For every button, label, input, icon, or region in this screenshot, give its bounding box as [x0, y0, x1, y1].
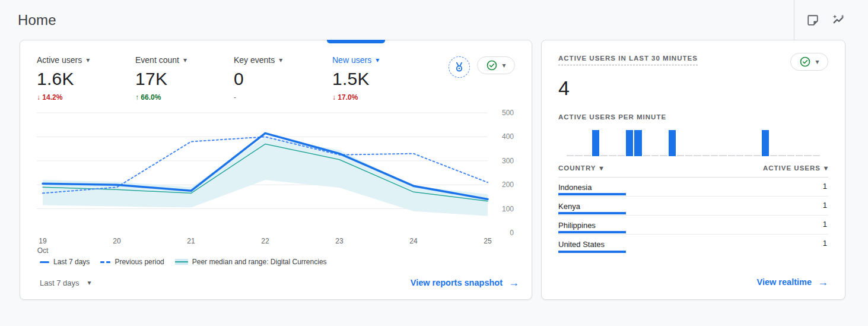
note-button[interactable]: [803, 10, 823, 30]
minute-empty-tick: [787, 155, 794, 156]
svg-text:300: 300: [502, 157, 514, 165]
country-name: Kenya: [558, 202, 580, 211]
metric-tools: ▾: [449, 55, 515, 102]
realtime-card-inner: ACTIVE USERS IN LAST 30 MINUTES ▾ 4 ACTI…: [542, 40, 845, 299]
active-users-column-sort[interactable]: ACTIVE USERS ▾: [763, 164, 828, 172]
minute-bars: [558, 125, 828, 156]
realtime-header: ACTIVE USERS IN LAST 30 MINUTES ▾: [558, 55, 828, 71]
svg-text:20: 20: [113, 237, 121, 245]
minute-empty-tick: [643, 155, 650, 156]
minute-empty-tick: [736, 155, 743, 156]
metric-active-users: Active users ▾ 1.6K ↓ 14.2%: [37, 55, 135, 102]
caret-down-icon: ▾: [376, 56, 379, 64]
country-bar: [558, 212, 626, 214]
svg-text:0: 0: [510, 229, 514, 237]
minute-empty-tick: [618, 155, 625, 156]
country-name: Philippines: [558, 221, 596, 230]
minute-empty-tick: [609, 155, 616, 156]
column-label: COUNTRY: [558, 164, 596, 172]
metric-label: Key events: [234, 55, 275, 65]
legend-label: Previous period: [115, 258, 164, 266]
caret-down-icon: ▾: [824, 164, 828, 172]
realtime-table-row: Indonesia 1: [558, 178, 828, 197]
realtime-card-footer: View realtime →: [558, 271, 828, 287]
metrics-row: Active users ▾ 1.6K ↓ 14.2% Event count …: [20, 40, 532, 102]
dashed-line-swatch-icon: [100, 261, 110, 263]
minute-empty-tick: [796, 155, 803, 156]
metric-key-events: Key events ▾ 0 -: [234, 55, 332, 102]
metric-label: New users: [332, 55, 371, 65]
metric-selector[interactable]: New users ▾: [332, 55, 431, 65]
data-quality-button[interactable]: ▾: [477, 56, 515, 74]
metric-value: 1.6K: [37, 69, 135, 89]
metric-selector[interactable]: Active users ▾: [37, 55, 135, 65]
minute-empty-tick: [711, 155, 718, 156]
minute-empty-tick: [804, 155, 811, 156]
country-value: 1: [823, 239, 827, 248]
country-bar: [558, 193, 626, 195]
header-actions: [794, 0, 849, 40]
view-reports-snapshot-link[interactable]: View reports snapshot →: [411, 277, 519, 288]
svg-text:23: 23: [335, 237, 344, 245]
svg-text:400: 400: [502, 132, 514, 141]
metric-delta: ↓ 14.2%: [37, 93, 135, 102]
minute-empty-tick: [728, 155, 735, 156]
check-circle-icon: [799, 56, 811, 68]
metric-event-count: Event count ▾ 17K ↑ 66.0%: [135, 55, 234, 102]
minute-empty-tick: [677, 155, 684, 156]
caret-down-icon: ▾: [86, 56, 90, 64]
country-value: 1: [823, 201, 827, 210]
realtime-country-table: COUNTRY ▾ ACTIVE USERS ▾ Indonesia 1 Ken…: [558, 164, 828, 254]
minute-empty-tick: [567, 155, 574, 156]
minute-empty-tick: [694, 155, 701, 156]
minute-empty-tick: [753, 155, 761, 156]
minute-bar: [626, 130, 633, 156]
minute-empty-tick: [584, 155, 591, 156]
country-value: 1: [823, 182, 827, 191]
country-column-sort[interactable]: COUNTRY ▾: [558, 164, 603, 172]
date-range-selector[interactable]: Last 7 days ▾: [40, 278, 91, 287]
minute-empty-tick: [813, 155, 820, 156]
metric-delta: ↑ 66.0%: [135, 93, 234, 102]
link-label: View realtime: [757, 277, 812, 287]
insights-button[interactable]: [829, 10, 849, 30]
medal-icon: [453, 61, 466, 74]
minute-bar: [592, 130, 599, 156]
app-header: Home: [0, 0, 868, 40]
metric-value: 0: [234, 69, 332, 89]
data-quality-button[interactable]: ▾: [790, 53, 828, 71]
minute-empty-tick: [600, 155, 608, 156]
caret-down-icon: ▾: [599, 164, 603, 172]
minute-empty-tick: [770, 155, 777, 156]
minute-bar: [669, 130, 676, 156]
svg-text:24: 24: [409, 237, 418, 245]
minute-empty-tick: [685, 155, 692, 156]
view-realtime-link[interactable]: View realtime →: [757, 277, 828, 287]
caret-down-icon: ▾: [815, 58, 819, 65]
date-range-label: Last 7 days: [40, 278, 80, 287]
overview-chart: 010020030040050019202122232425Oct: [37, 109, 515, 257]
realtime-table-row: United States 1: [558, 235, 828, 254]
benchmarking-button[interactable]: [449, 56, 470, 78]
overview-card-footer: Last 7 days ▾ View reports snapshot →: [20, 277, 532, 299]
metric-selector[interactable]: Key events ▾: [234, 55, 332, 65]
country-bar: [558, 231, 626, 233]
solid-line-swatch-icon: [40, 261, 49, 263]
page-title: Home: [18, 12, 56, 29]
minute-empty-tick: [651, 155, 659, 156]
realtime-title: ACTIVE USERS IN LAST 30 MINUTES: [558, 55, 698, 65]
svg-text:19: 19: [39, 237, 47, 245]
active-users-30min-value: 4: [558, 77, 828, 100]
insights-icon: [832, 14, 845, 27]
realtime-table-header: COUNTRY ▾ ACTIVE USERS ▾: [558, 164, 828, 178]
metric-selector[interactable]: Event count ▾: [135, 55, 234, 65]
legend-peer-median: Peer median and range: Digital Currencie…: [175, 258, 327, 266]
svg-text:500: 500: [502, 109, 514, 117]
country-name: United States: [558, 240, 605, 249]
note-icon: [806, 14, 819, 27]
minute-bar: [634, 130, 641, 156]
svg-text:25: 25: [484, 237, 492, 245]
minute-empty-tick: [745, 155, 752, 156]
band-line-swatch-icon: [175, 259, 188, 265]
overview-chart-wrap: 010020030040050019202122232425Oct: [37, 109, 515, 257]
